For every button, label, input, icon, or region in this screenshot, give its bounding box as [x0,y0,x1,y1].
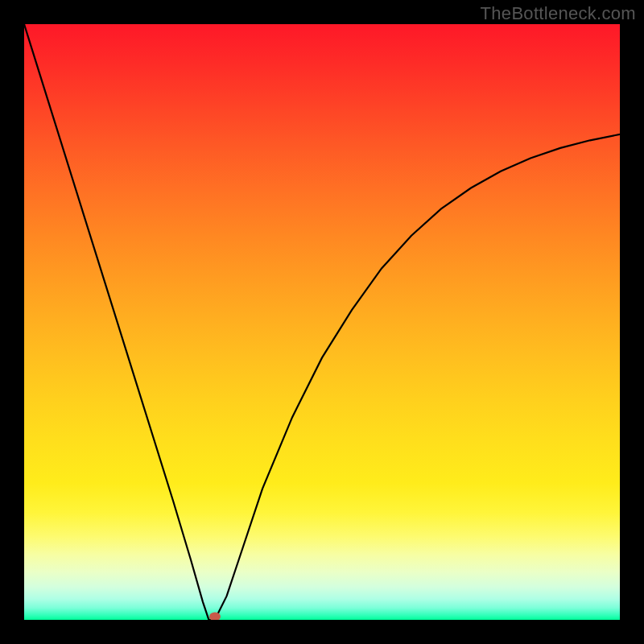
chart-frame: TheBottleneck.com [0,0,644,644]
watermark-text: TheBottleneck.com [481,3,636,24]
curve-svg [24,24,620,620]
plot-area [24,24,620,620]
bottleneck-curve [24,24,620,620]
minimum-marker [209,613,221,621]
